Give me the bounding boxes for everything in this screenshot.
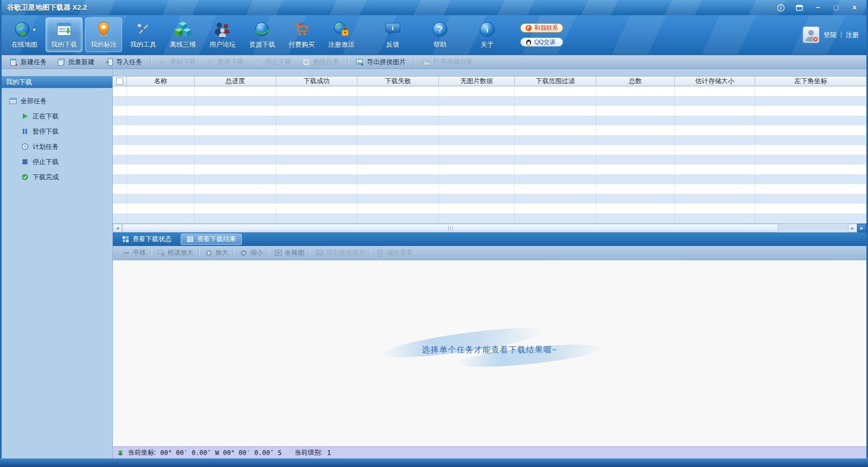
info-button[interactable] xyxy=(774,2,787,13)
window-frame-bottom xyxy=(0,458,868,467)
avatar-offline-icon xyxy=(803,27,819,42)
task-stop-button: 停止下载 xyxy=(250,56,296,68)
statusbar: 当前坐标: 00° 00′ 0.00″ W 00° 00′ 0.00″ S 当前… xyxy=(113,446,866,458)
scroll-track[interactable] xyxy=(778,224,848,232)
export-image-gray-icon xyxy=(316,249,323,257)
zoom-in-button: 放大 xyxy=(199,248,234,257)
window-title: 谷歌卫星地图下载器 X2.2 xyxy=(7,3,87,12)
header-cell-size[interactable]: 估计存储大小 xyxy=(675,77,755,86)
app-window: 谷歌卫星地图下载器 X2.2 − □ × ▾ 在线地图 我的下载 我的标注 xyxy=(0,0,868,467)
header-cell-no-image[interactable]: 无图片数据 xyxy=(439,77,515,86)
table-header: 名称 总进度 下载成功 下载失败 无图片数据 下载范围过滤 总数 估计存储大小 … xyxy=(113,76,866,86)
phone-icon xyxy=(525,24,532,31)
paused-icon xyxy=(21,128,29,135)
cubes-icon xyxy=(174,20,192,39)
scroll-left-button[interactable]: ◄ xyxy=(113,224,122,232)
export-image-button: 导出拼接图片 xyxy=(310,248,371,257)
header-cell-failed[interactable]: 下载失败 xyxy=(358,77,439,86)
pan-icon xyxy=(123,249,130,257)
results-placeholder-text: 选择单个任务才能查看下载结果喔~ xyxy=(422,345,558,355)
sidebar-item-stopped[interactable]: 停止下载 xyxy=(2,154,112,169)
scroll-thumb[interactable] xyxy=(122,224,778,232)
login-link[interactable]: 登陆 xyxy=(824,30,837,40)
task-new-button[interactable]: 新建任务 xyxy=(5,56,52,68)
minimize-button[interactable]: − xyxy=(811,2,824,13)
pause-download-icon xyxy=(207,58,215,66)
table-row xyxy=(113,86,866,96)
main-panel: 名称 总进度 下载成功 下载失败 无图片数据 下载范围过滤 总数 估计存储大小 … xyxy=(113,69,866,458)
all-tasks-icon xyxy=(9,97,17,105)
contact-pills: 和我联系 QQ交谈 xyxy=(520,23,563,47)
select-all-checkbox[interactable] xyxy=(116,78,123,85)
scroll-right-end-button[interactable]: ► xyxy=(857,224,866,232)
zoom-out-icon xyxy=(240,249,247,257)
map-toolbar: 平移 框选放大 放大 缩小 全视图 xyxy=(113,246,866,260)
task-toolbar: 新建任务 批量新建 导入任务 开始下载 暂停下载 停止下载 删除任务 xyxy=(2,55,866,69)
export-image-icon xyxy=(356,58,364,66)
ribbon-button-help[interactable]: ? 帮助 xyxy=(422,17,458,52)
toolbar-separator xyxy=(347,58,348,66)
tab-download-result[interactable]: 查看下载结果 xyxy=(181,234,242,245)
globe-lock-icon xyxy=(332,20,350,39)
task-import-button[interactable]: 导入任务 xyxy=(100,56,147,68)
ribbon-button-resources[interactable]: 资源下载 xyxy=(244,17,280,52)
ribbon-button-my-downloads[interactable]: 我的下载 xyxy=(46,17,82,52)
skin-button[interactable] xyxy=(793,2,806,13)
contact-button[interactable]: 和我联系 xyxy=(520,23,563,33)
header-cell-range-filter[interactable]: 下载范围过滤 xyxy=(515,77,596,86)
ribbon-button-offline-3d[interactable]: 离线三维 xyxy=(164,17,201,52)
task-batch-new-button[interactable]: 批量新建 xyxy=(53,56,99,68)
globe-icon xyxy=(13,20,31,39)
grid-icon xyxy=(122,236,129,243)
table-row xyxy=(113,165,866,174)
pan-tool-button: 平移 xyxy=(117,248,151,257)
ribbon-button-about[interactable]: i 关于 xyxy=(469,17,506,52)
sidebar-item-all-tasks[interactable]: 全部任务 xyxy=(2,93,112,109)
sidebar-item-scheduled[interactable]: 计划任务 xyxy=(2,139,112,154)
ribbon-button-feedback[interactable]: i 反馈 xyxy=(374,17,411,52)
sidebar-item-completed[interactable]: 下载完成 xyxy=(2,169,112,185)
chevron-down-icon: ▾ xyxy=(33,27,35,33)
ribbon-button-purchase[interactable]: 付费购买 xyxy=(283,17,320,52)
download-manager-icon xyxy=(55,20,73,39)
table-row xyxy=(113,116,866,125)
ribbon-button-my-markers[interactable]: 我的标注 xyxy=(85,17,122,52)
task-export-image-button[interactable]: 导出拼接图片 xyxy=(351,56,411,68)
tab-download-status[interactable]: 查看下载状态 xyxy=(116,234,177,245)
skin-icon xyxy=(795,4,803,12)
ribbon-button-activate[interactable]: 注册激活 xyxy=(323,17,360,52)
header-cell-name[interactable]: 名称 xyxy=(127,77,195,86)
box-zoom-button: 框选放大 xyxy=(151,248,199,257)
coord-value: 00° 00′ 0.00″ W 00° 00′ 0.00″ S xyxy=(160,449,282,457)
sidebar-item-downloading[interactable]: 正在下载 xyxy=(2,109,112,124)
ribbon-button-user-forum[interactable]: 用户论坛 xyxy=(204,17,241,52)
qq-button[interactable]: QQ交谈 xyxy=(520,37,563,47)
avatar[interactable] xyxy=(803,27,819,43)
sidebar-item-paused[interactable]: 暂停下载 xyxy=(2,124,112,139)
table-row xyxy=(113,96,866,106)
maximize-button[interactable]: □ xyxy=(829,2,843,13)
toolbar-separator xyxy=(414,58,414,66)
results-area: 选择单个任务才能查看下载结果喔~ xyxy=(113,260,866,446)
register-link[interactable]: 注册 xyxy=(846,30,859,40)
property-view-icon xyxy=(376,249,384,257)
table-body xyxy=(113,86,866,223)
completed-icon xyxy=(21,173,29,181)
header-cell-success[interactable]: 下载成功 xyxy=(276,77,358,86)
ribbon-button-online-map[interactable]: ▾ 在线地图 xyxy=(6,17,43,52)
zoom-in-icon xyxy=(205,249,213,257)
ribbon-button-my-tools[interactable]: 我的工具 xyxy=(125,17,162,52)
task-start-button: 开始下载 xyxy=(154,56,201,68)
header-cell-coord[interactable]: 左下角坐标 xyxy=(755,77,866,86)
titlebar: 谷歌卫星地图下载器 X2.2 − □ × xyxy=(2,0,866,15)
header-cell-total[interactable]: 总数 xyxy=(596,77,675,86)
svg-text:i: i xyxy=(486,25,488,34)
toolbar-separator xyxy=(150,58,151,66)
close-button[interactable]: × xyxy=(848,2,861,13)
table-row xyxy=(113,155,866,165)
horizontal-scrollbar: ◄ ► ► xyxy=(113,223,866,232)
scroll-right-button[interactable]: ► xyxy=(848,224,857,232)
clock-icon xyxy=(21,143,29,150)
help-icon: ? xyxy=(431,20,449,39)
header-cell-progress[interactable]: 总进度 xyxy=(195,77,276,86)
